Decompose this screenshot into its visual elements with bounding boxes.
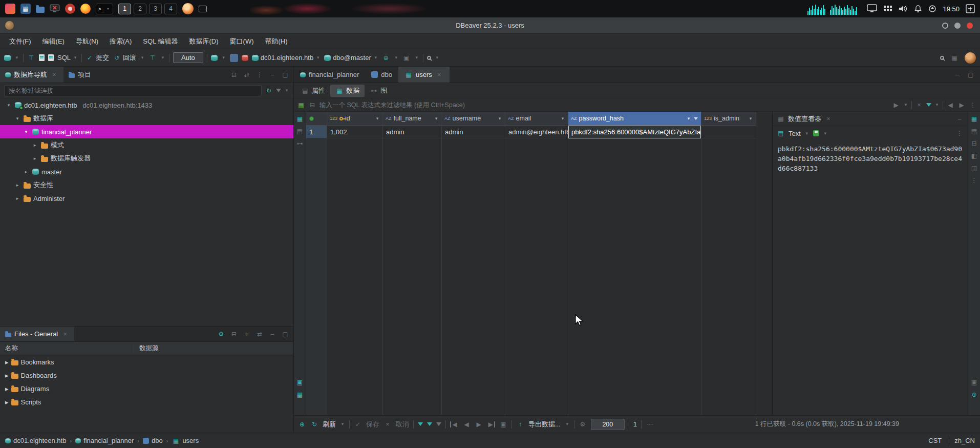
add-widget-icon[interactable] — [966, 4, 975, 13]
user-avatar-icon[interactable] — [182, 3, 194, 14]
chevron-down-icon[interactable] — [160, 55, 165, 60]
clear-filter-icon[interactable] — [915, 102, 923, 108]
column-header-name[interactable]: 名称 — [0, 344, 134, 353]
panels-icon[interactable] — [296, 392, 304, 398]
column-header-full-name[interactable]: AZ full_name — [383, 112, 441, 126]
filters-icon[interactable] — [926, 103, 931, 107]
history-forward-icon[interactable] — [957, 102, 966, 108]
save-icon[interactable] — [354, 421, 362, 427]
chevron-down-icon[interactable] — [284, 88, 289, 93]
calc-panel-icon[interactable] — [296, 379, 304, 385]
value-viewer-content[interactable]: pbkdf2:sha256:600000$AMtzteQIG7yAbZIa$06… — [773, 140, 968, 415]
chevron-down-icon[interactable] — [340, 422, 345, 426]
previous-row-icon[interactable] — [462, 421, 471, 427]
workspace-1[interactable]: 1 — [118, 4, 131, 14]
auto-commit-button[interactable]: Auto — [173, 52, 203, 63]
minimize-panel-icon[interactable] — [268, 331, 276, 337]
menu-edit[interactable]: 编辑(E) — [37, 35, 70, 48]
menu-help[interactable]: 帮助(H) — [260, 35, 292, 48]
cancel-button[interactable]: 取消 — [396, 420, 409, 429]
filter-add-icon[interactable] — [418, 422, 423, 426]
menu-window[interactable]: 窗口(W) — [225, 35, 259, 48]
grouping-panel-icon[interactable] — [970, 165, 978, 171]
expand-arrow-icon[interactable] — [5, 372, 9, 379]
panels-menu-icon[interactable] — [970, 177, 978, 184]
link-editor-icon[interactable] — [255, 331, 264, 337]
tab-projects[interactable]: 项目 — [63, 67, 96, 83]
column-dropdown-icon[interactable] — [748, 116, 753, 121]
menu-database[interactable]: 数据库(D) — [184, 35, 224, 48]
rollback-button[interactable]: 回滚 — [113, 53, 136, 63]
tab-dbo[interactable]: dbo — [365, 67, 398, 83]
server-icon[interactable] — [402, 55, 411, 61]
workspace-3[interactable]: 3 — [149, 4, 162, 14]
minimize-editor-icon[interactable] — [953, 72, 962, 78]
chevron-down-icon[interactable] — [934, 103, 940, 107]
column-dropdown-icon[interactable] — [375, 116, 380, 121]
list-item-diagrams[interactable]: Diagrams — [0, 382, 293, 395]
tree-item-db-triggers[interactable]: 数据库触发器 — [0, 152, 293, 165]
tab-properties[interactable]: 属性 — [296, 85, 330, 97]
transaction-icon[interactable] — [27, 55, 35, 61]
save-value-icon[interactable] — [813, 130, 819, 136]
commit-button[interactable]: 提交 — [86, 53, 109, 63]
filter-menu-icon[interactable] — [969, 102, 977, 108]
list-item-scripts[interactable]: Scripts — [0, 395, 293, 409]
app-icon-blue[interactable] — [20, 4, 31, 14]
cell-id[interactable]: 1,002 — [327, 126, 382, 138]
expand-arrow-icon[interactable] — [31, 142, 38, 148]
save-button[interactable]: 保存 — [366, 420, 379, 429]
add-icon[interactable] — [243, 331, 251, 337]
layout-panel-icon[interactable] — [970, 379, 978, 385]
chevron-down-icon[interactable] — [394, 55, 399, 60]
refresh-icon[interactable] — [265, 88, 273, 94]
value-panel-icon[interactable] — [970, 116, 978, 122]
expand-arrow-icon[interactable] — [14, 182, 21, 188]
column-filter-icon[interactable] — [694, 117, 698, 120]
cell-is-admin[interactable] — [701, 126, 756, 138]
expand-arrow-icon[interactable] — [23, 169, 30, 174]
expand-arrow-icon[interactable] — [14, 196, 21, 201]
fetch-size-input[interactable] — [591, 419, 625, 430]
breadcrumb-database[interactable]: financial_planner — [75, 437, 134, 444]
references-panel-icon[interactable] — [970, 153, 978, 159]
apply-filter-icon[interactable] — [892, 102, 900, 108]
column-header-is-admin[interactable]: 123 is_admin — [701, 112, 756, 126]
tab-data[interactable]: 数据 — [330, 85, 365, 97]
close-icon[interactable] — [61, 331, 69, 337]
cell-username[interactable]: admin — [442, 126, 505, 138]
notifications-bell-icon[interactable] — [914, 5, 922, 13]
menu-sql-editor[interactable]: SQL 编辑器 — [138, 35, 183, 48]
tree-item-databases[interactable]: 数据库 — [0, 112, 293, 125]
minimize-panel-icon[interactable] — [955, 116, 964, 122]
disconnect-icon[interactable] — [242, 55, 248, 61]
expand-arrow-icon[interactable] — [5, 398, 9, 406]
cell-password-hash-selected[interactable]: pbkdf2:sha256:600000$AMtzteQIG7yAbZIa$06 — [568, 126, 701, 138]
filter-remove-icon[interactable] — [427, 422, 432, 426]
browser-icon[interactable] — [80, 4, 91, 14]
connection-caret-icon[interactable] — [14, 55, 19, 60]
expand-arrow-icon[interactable] — [31, 156, 38, 161]
sql-script-icon-2[interactable] — [48, 54, 54, 61]
maximize-editor-icon[interactable] — [967, 72, 975, 78]
profile-avatar[interactable] — [965, 52, 976, 64]
sql-script-icon[interactable] — [39, 54, 45, 61]
link-editor-icon[interactable] — [243, 72, 251, 78]
settings-icon[interactable] — [217, 331, 225, 337]
column-header-username[interactable]: AZ username — [442, 112, 505, 126]
column-dropdown-icon[interactable] — [497, 116, 502, 121]
chevron-down-icon[interactable] — [435, 55, 440, 60]
chevron-down-icon[interactable] — [414, 55, 419, 60]
export-data-button[interactable]: 导出数据... — [528, 420, 561, 429]
close-icon[interactable] — [824, 116, 833, 122]
tab-files-general[interactable]: Files - General — [0, 327, 74, 341]
chevron-down-icon[interactable] — [140, 55, 145, 60]
database-selector[interactable]: dbo@master — [324, 54, 378, 62]
tab-users[interactable]: users — [398, 67, 450, 83]
filter-clear-icon[interactable] — [436, 422, 441, 426]
cell-email[interactable]: admin@eighteen.htb — [505, 126, 568, 138]
connection-selector[interactable]: dc01.eighteen.htb — [252, 54, 321, 62]
menu-search[interactable]: 搜索(A) — [104, 35, 137, 48]
last-row-icon[interactable] — [487, 421, 495, 427]
locale-indicator[interactable]: zh_CN — [954, 437, 975, 444]
